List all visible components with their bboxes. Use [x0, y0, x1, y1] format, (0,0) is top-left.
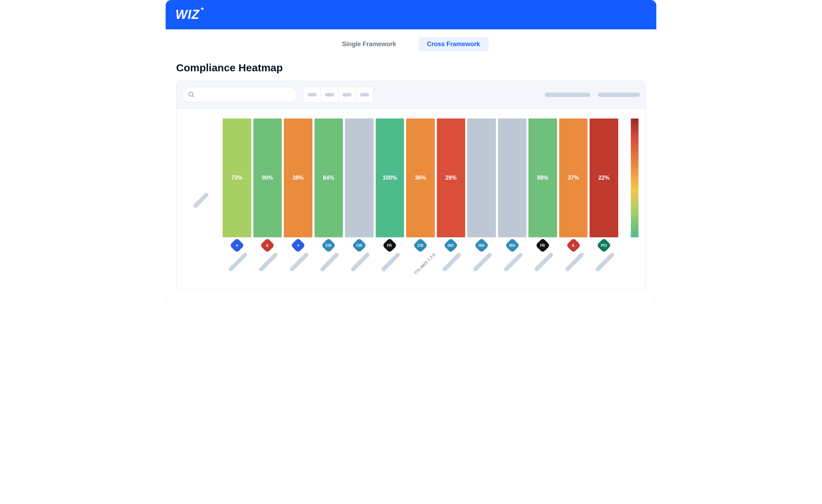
x-axis-label-placeholder: [503, 252, 523, 272]
tabs: Single Framework Cross Framework: [166, 29, 656, 59]
x-axis-label-placeholder: [442, 252, 462, 272]
iso-blue-icon: ISO: [474, 238, 489, 253]
heatmap-cell[interactable]: [467, 118, 496, 237]
heatmap-cell[interactable]: 22%: [590, 118, 618, 237]
app-frame: WIZ ✦ Single Framework Cross Framework C…: [166, 0, 656, 300]
x-axis-label-group: &: [561, 240, 586, 282]
heatmap-cell[interactable]: [498, 118, 527, 237]
star-blue-icon: ✦: [230, 238, 244, 253]
placeholder-pill: [360, 93, 369, 96]
heatmap-cell[interactable]: 84%: [315, 118, 343, 237]
filter-button-group: [303, 87, 374, 103]
heatmap-legend: [631, 118, 639, 237]
heatmap-column[interactable]: CIS: [345, 118, 374, 282]
placeholder-pill: [308, 93, 317, 96]
x-axis-label-placeholder: [289, 252, 309, 272]
x-axis-label-group: ISO: [439, 240, 463, 282]
tab-single-framework[interactable]: Single Framework: [333, 37, 404, 51]
x-axis-label-group: CISCIS AWS 1.2.0: [406, 240, 434, 282]
iso-blue-icon: ISO: [444, 238, 458, 253]
heatmap-cell[interactable]: 38%: [284, 118, 312, 237]
heatmap-column[interactable]: 37%&: [559, 118, 588, 282]
heatmap-column[interactable]: 90%&: [253, 118, 282, 282]
cis-blue-icon: CIS: [321, 238, 336, 253]
placeholder-pill: [193, 192, 209, 209]
x-axis-label-group: &: [255, 240, 280, 282]
x-axis-label-placeholder: [319, 252, 340, 272]
star-blue-icon: ✦: [291, 238, 305, 253]
filter-button-2[interactable]: [321, 87, 338, 102]
svg-line-1: [193, 96, 194, 97]
heatmap-column[interactable]: ISO: [467, 118, 496, 282]
heatmap-cell[interactable]: 90%: [253, 118, 282, 237]
heatmap-cell[interactable]: 73%: [223, 118, 251, 237]
search-field[interactable]: [199, 92, 291, 98]
x-axis-label-placeholder: [473, 252, 493, 272]
heatmap-columns: 73%✦90%&38%✦84%CISCIS100%FR36%CISCIS AWS…: [223, 118, 618, 282]
x-axis-label: CIS AWS 1.2.0: [413, 252, 437, 275]
x-axis-label-group: ✦: [225, 240, 249, 282]
heatmap-cell[interactable]: 36%: [406, 118, 435, 237]
topbar: WIZ ✦: [166, 0, 656, 29]
heatmap-cell[interactable]: 37%: [559, 118, 588, 237]
heatmap-chart: 73%✦90%&38%✦84%CISCIS100%FR36%CISCIS AWS…: [176, 109, 646, 289]
brand-logo: WIZ ✦: [175, 7, 205, 22]
x-axis-label-placeholder: [595, 252, 615, 272]
x-axis-label-placeholder: [228, 252, 248, 272]
heatmap-column[interactable]: ISO: [498, 118, 527, 282]
filter-button-3[interactable]: [338, 87, 356, 102]
amp-red-icon: &: [566, 238, 581, 253]
y-axis-placeholder: [183, 118, 218, 282]
heatmap-column[interactable]: 29%ISO: [437, 118, 466, 282]
heatmap-panel: 73%✦90%&38%✦84%CISCIS100%FR36%CISCIS AWS…: [176, 81, 646, 289]
heatmap-cell[interactable]: [345, 118, 374, 237]
content: Compliance Heatmap: [166, 62, 656, 300]
toolbar: [176, 81, 646, 109]
pci-green-icon: PCI: [597, 238, 611, 253]
heatmap-column[interactable]: 38%✦: [284, 118, 312, 282]
fr-black-icon: FR: [535, 238, 550, 253]
heatmap-column[interactable]: 73%✦: [223, 118, 251, 282]
x-axis-label-group: PCI: [592, 240, 616, 282]
x-axis-label-group: FR: [377, 240, 402, 282]
x-axis-label-placeholder: [564, 252, 584, 272]
heatmap-column[interactable]: 22%PCI: [590, 118, 618, 282]
x-axis-label-placeholder: [258, 252, 279, 272]
x-axis-label-group: CIS: [347, 240, 372, 282]
heatmap-column[interactable]: 88%FR: [528, 118, 557, 282]
brand-name: WIZ: [175, 7, 200, 22]
placeholder-pill: [545, 93, 590, 97]
placeholder-pill: [598, 93, 640, 97]
cis-blue-icon: CIS: [352, 238, 367, 253]
spark-icon: ✦: [200, 6, 205, 12]
heatmap-column[interactable]: 100%FR: [376, 118, 404, 282]
heatmap-column[interactable]: 84%CIS: [315, 118, 343, 282]
filter-button-1[interactable]: [303, 87, 321, 102]
placeholder-pill: [342, 93, 352, 96]
heatmap-cell[interactable]: 88%: [528, 118, 557, 237]
x-axis-label-group: FR: [531, 240, 555, 282]
toolbar-right: [545, 93, 640, 97]
heatmap-cell[interactable]: 100%: [376, 118, 404, 237]
amp-red-icon: &: [260, 238, 275, 253]
placeholder-pill: [325, 93, 334, 96]
tab-cross-framework[interactable]: Cross Framework: [419, 37, 489, 51]
x-axis-label-placeholder: [534, 252, 554, 272]
filter-button-4[interactable]: [356, 87, 373, 102]
search-icon: [188, 91, 195, 98]
search-input[interactable]: [182, 87, 297, 102]
page-title: Compliance Heatmap: [176, 62, 646, 74]
x-axis-label-placeholder: [381, 252, 401, 272]
cis-blue-icon: CIS: [413, 238, 428, 253]
x-axis-label-group: ISO: [469, 240, 494, 282]
fr-black-icon: FR: [382, 238, 397, 253]
x-axis-label-group: ISO: [500, 240, 525, 282]
heatmap-cell[interactable]: 29%: [437, 118, 466, 237]
iso-blue-icon: ISO: [505, 238, 519, 253]
x-axis-label-placeholder: [350, 252, 370, 272]
x-axis-label-group: CIS: [316, 240, 341, 282]
heatmap-column[interactable]: 36%CISCIS AWS 1.2.0: [406, 118, 435, 282]
x-axis-label-group: ✦: [286, 240, 310, 282]
